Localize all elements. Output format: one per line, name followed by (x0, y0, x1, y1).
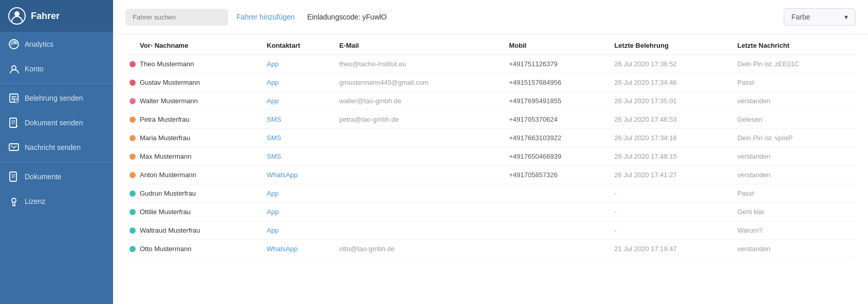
cell-kontakt: App (263, 184, 335, 203)
sidebar-header-label: Fahrer (31, 11, 60, 22)
status-dot (130, 191, 136, 197)
cell-nachricht: Passt (733, 73, 856, 92)
sidebar-item-konto[interactable]: Konto (0, 56, 113, 81)
cell-mobil (505, 221, 611, 240)
cell-belehrung: 26 Jul 2020 17:36:52 (610, 55, 733, 73)
cell-nachricht: Gelesen (733, 110, 856, 129)
sidebar: Fahrer Analytics Konto Belehrung senden (0, 0, 113, 304)
col-kontakt: Kontaktart (263, 34, 335, 55)
status-dot (130, 135, 136, 141)
col-nachricht: Letzte Nachricht (733, 34, 856, 55)
cell-kontakt: App (263, 221, 335, 240)
cell-belehrung: 26 Jul 2020 17:46:53 (610, 110, 733, 129)
table-row[interactable]: Theo Mustermann App theo@tacho-institut.… (125, 55, 856, 73)
col-email: E-Mail (335, 34, 505, 55)
cell-name: Max Mustermann (125, 147, 263, 166)
svg-rect-6 (10, 118, 16, 127)
cell-email (335, 147, 505, 166)
status-dot (130, 117, 136, 123)
konto-icon (8, 63, 20, 74)
cell-email: petra@tao-gmbh.de (335, 110, 505, 129)
cell-email: walter@tao-gmbh.de (335, 92, 505, 110)
cell-mobil: +4917650466939 (505, 147, 611, 166)
table-row[interactable]: Max Mustermann SMS +4917650466939 26 Jul… (125, 147, 856, 166)
svg-rect-7 (9, 144, 19, 150)
toolbar: Fahrer hinzufügen Einladungscode: yFuwlO… (113, 0, 868, 34)
svg-point-3 (12, 66, 16, 70)
sidebar-item-dokumente[interactable]: Dokumente (0, 164, 113, 189)
sidebar-item-dokument-senden-label: Dokument senden (25, 119, 83, 127)
cell-name: Maria Musterfrau (125, 129, 263, 147)
cell-nachricht: Dein Pin ist: vpiixP (733, 129, 856, 147)
table-row[interactable]: Gudrun Musterfrau App - Passt (125, 184, 856, 203)
cell-kontakt: WhatsApp (263, 240, 335, 258)
nachricht-icon (8, 142, 20, 153)
table-row[interactable]: Walter Mustermann App walter@tao-gmbh.de… (125, 92, 856, 110)
cell-belehrung: 21 Jul 2020 17:19:47 (610, 240, 733, 258)
cell-belehrung: 26 Jul 2020 17:48:15 (610, 147, 733, 166)
table-row[interactable]: Waltraud Musterfrau App - Warum? (125, 221, 856, 240)
cell-email (335, 203, 505, 221)
lizenz-icon (8, 196, 20, 207)
cell-kontakt: SMS (263, 129, 335, 147)
cell-mobil: +4915157684956 (505, 73, 611, 92)
add-driver-button[interactable]: Fahrer hinzufügen (236, 13, 295, 21)
cell-name: Walter Mustermann (125, 92, 263, 110)
sidebar-item-nachricht-senden[interactable]: Nachricht senden (0, 135, 113, 160)
cell-name: Gudrun Musterfrau (125, 184, 263, 203)
cell-mobil (505, 203, 611, 221)
sidebar-item-konto-label: Konto (25, 65, 44, 73)
sidebar-item-belehrung-senden[interactable]: Belehrung senden (0, 86, 113, 110)
drivers-table: Vor- Nachname Kontaktart E-Mail Mobil Le… (125, 34, 856, 258)
cell-email: otto@tao-gmbh.de (335, 240, 505, 258)
cell-name: Otto Mustermann (125, 240, 263, 258)
table-row[interactable]: Ottilie Musterfrau App - Geht klar (125, 203, 856, 221)
cell-nachricht: verstanden (733, 240, 856, 258)
cell-nachricht: verstanden (733, 166, 856, 184)
cell-belehrung: 26 Jul 2020 17:34:46 (610, 73, 733, 92)
table-row[interactable]: Otto Mustermann WhatsApp otto@tao-gmbh.d… (125, 240, 856, 258)
cell-nachricht: verstanden (733, 92, 856, 110)
sidebar-item-lizenz[interactable]: Lizenz (0, 189, 113, 214)
cell-nachricht: verstanden (733, 147, 856, 166)
col-name: Vor- Nachname (125, 34, 263, 55)
sidebar-divider-2 (0, 162, 113, 162)
cell-nachricht: Passt (733, 184, 856, 203)
status-dot (130, 61, 136, 67)
sidebar-item-analytics[interactable]: Analytics (0, 32, 113, 56)
status-dot (130, 227, 136, 234)
cell-kontakt: SMS (263, 147, 335, 166)
col-mobil: Mobil (505, 34, 611, 55)
cell-belehrung: - (610, 184, 733, 203)
sidebar-item-lizenz-label: Lizenz (25, 197, 45, 205)
cell-mobil (505, 184, 611, 203)
cell-belehrung: 26 Jul 2020 17:34:18 (610, 129, 733, 147)
svg-point-1 (14, 11, 20, 16)
table-row[interactable]: Gustav Mustermann App gmustermann445@gma… (125, 73, 856, 92)
analytics-icon (8, 39, 20, 50)
table-row[interactable]: Maria Musterfrau SMS +4917663103922 26 J… (125, 129, 856, 147)
sidebar-item-belehrung-label: Belehrung senden (25, 94, 83, 102)
cell-nachricht: Dein Pin ist: zEE01C (733, 55, 856, 73)
cell-email (335, 166, 505, 184)
sidebar-item-analytics-label: Analytics (25, 40, 53, 48)
status-dot (130, 209, 136, 215)
sidebar-item-dokument-senden[interactable]: Dokument senden (0, 110, 113, 135)
cell-name: Gustav Mustermann (125, 73, 263, 92)
cell-email: gmustermann445@gmail.com (335, 73, 505, 92)
table-row[interactable]: Petra Musterfrau SMS petra@tao-gmbh.de +… (125, 110, 856, 129)
table-row[interactable]: Anton Mustermann WhatsApp +491705857326 … (125, 166, 856, 184)
color-dropdown[interactable]: Farbe ▾ (784, 8, 856, 26)
belehrung-icon (8, 92, 20, 104)
search-input[interactable] (125, 9, 228, 26)
sidebar-header[interactable]: Fahrer (0, 0, 113, 32)
status-dot (130, 80, 136, 86)
cell-kontakt: App (263, 73, 335, 92)
svg-point-5 (14, 99, 19, 103)
cell-kontakt: App (263, 92, 335, 110)
cell-mobil: +4917663103922 (505, 129, 611, 147)
col-belehrung: Letzte Belehrung (610, 34, 733, 55)
status-dot (130, 172, 136, 178)
cell-nachricht: Geht klar (733, 203, 856, 221)
cell-mobil (505, 240, 611, 258)
